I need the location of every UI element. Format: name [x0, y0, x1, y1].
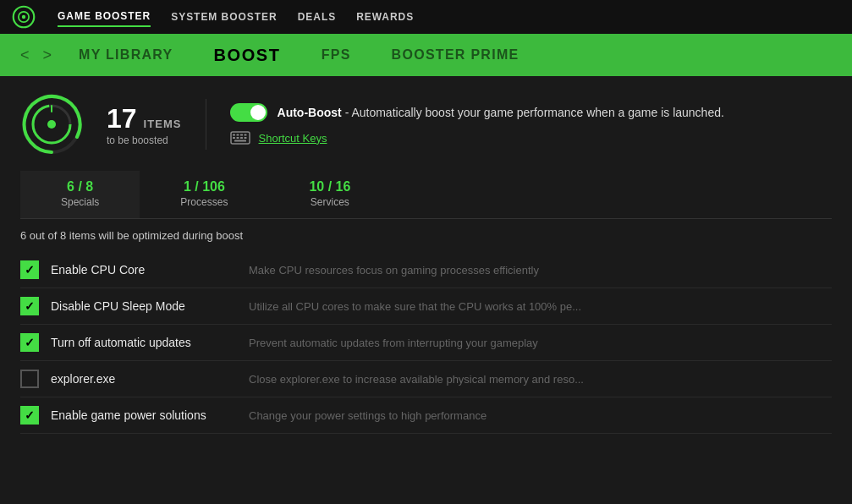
- items-count-block: 17 ITEMS to be boosted: [107, 102, 182, 147]
- item-desc-explorer: Close explorer.exe to increase available…: [249, 373, 832, 386]
- list-item: explorer.exe Close explorer.exe to incre…: [20, 361, 832, 397]
- tab-processes-count: 1 / 106: [184, 179, 225, 194]
- item-name-disable-sleep: Disable CPU Sleep Mode: [51, 299, 237, 313]
- nav-system-booster[interactable]: SYSTEM BOOSTER: [171, 8, 277, 26]
- item-desc-enable-cpu: Make CPU resources focus on gaming proce…: [249, 264, 832, 277]
- sec-nav-boost[interactable]: BOOST: [194, 34, 301, 76]
- auto-boost-toggle[interactable]: [230, 103, 267, 122]
- list-item: ✓ Turn off automatic updates Prevent aut…: [20, 325, 832, 361]
- shortcut-keys-link[interactable]: Shortcut Keys: [259, 132, 327, 145]
- list-item: ✓ Enable game power solutions Change you…: [20, 397, 832, 434]
- checkmark-icon: ✓: [25, 337, 35, 348]
- nav-rewards[interactable]: REWARDS: [356, 8, 414, 26]
- tabs-row: 6 / 8 Specials 1 / 106 Processes 10 / 16…: [20, 171, 832, 219]
- list-item: ✓ Enable CPU Core Make CPU resources foc…: [20, 252, 832, 288]
- svg-rect-16: [244, 137, 246, 139]
- auto-boost-row: Auto-Boost - Automatically boost your ga…: [230, 103, 724, 122]
- svg-rect-10: [236, 134, 239, 136]
- checkbox-power[interactable]: ✓: [20, 406, 39, 425]
- item-name-enable-cpu: Enable CPU Core: [51, 263, 237, 277]
- app-logo[interactable]: [10, 3, 37, 30]
- sec-nav-fps[interactable]: FPS: [301, 34, 371, 76]
- svg-point-2: [22, 15, 25, 19]
- svg-rect-15: [240, 137, 243, 139]
- item-name-explorer: explorer.exe: [51, 372, 237, 386]
- items-label: ITEMS: [144, 118, 182, 131]
- tab-services-count: 10 / 16: [309, 179, 350, 194]
- checkbox-explorer[interactable]: [20, 370, 39, 388]
- svg-point-6: [47, 120, 56, 129]
- tab-specials-count: 6 / 8: [67, 179, 93, 194]
- svg-rect-12: [244, 134, 246, 136]
- item-name-power: Enable game power solutions: [51, 408, 237, 422]
- tab-specials[interactable]: 6 / 8 Specials: [20, 171, 140, 218]
- keyboard-icon: [230, 130, 250, 145]
- toggle-thumb: [250, 105, 266, 120]
- secondary-nav: < > MY LIBRARY BOOST FPS BOOSTER PRIME: [0, 34, 852, 76]
- item-desc-disable-sleep: Utilize all CPU cores to make sure that …: [249, 300, 832, 313]
- item-desc-auto-updates: Prevent automatic updates from interrupt…: [249, 337, 832, 349]
- main-content: 17 ITEMS to be boosted Auto-Boost - Auto…: [0, 76, 852, 434]
- checkbox-auto-updates[interactable]: ✓: [20, 333, 39, 352]
- gauge-icon: [20, 93, 83, 156]
- item-name-auto-updates: Turn off automatic updates: [51, 336, 237, 349]
- checkmark-icon: ✓: [25, 300, 35, 312]
- optim-info: 6 out of 8 items will be optimized durin…: [20, 229, 832, 242]
- checkmark-icon: ✓: [25, 409, 35, 421]
- nav-game-booster[interactable]: GAME BOOSTER: [58, 7, 151, 27]
- checkbox-enable-cpu[interactable]: ✓: [20, 260, 39, 279]
- items-sublabel: to be boosted: [107, 134, 182, 146]
- svg-rect-11: [240, 134, 243, 136]
- vertical-divider: [206, 99, 206, 150]
- svg-rect-13: [233, 137, 235, 139]
- sec-nav-booster-prime[interactable]: BOOSTER PRIME: [371, 34, 540, 76]
- item-desc-power: Change your power settings to high perfo…: [249, 409, 832, 422]
- tab-processes[interactable]: 1 / 106 Processes: [140, 171, 268, 218]
- list-item: ✓ Disable CPU Sleep Mode Utilize all CPU…: [20, 288, 832, 325]
- tab-services-label: Services: [311, 196, 349, 208]
- auto-boost-label: Auto-Boost - Automatically boost your ga…: [278, 106, 724, 119]
- back-arrow[interactable]: <: [14, 47, 36, 64]
- items-number: 17: [107, 102, 137, 134]
- svg-rect-9: [233, 134, 235, 136]
- checkbox-disable-sleep[interactable]: ✓: [20, 297, 39, 315]
- checkmark-icon: ✓: [25, 264, 35, 276]
- auto-boost-section: Auto-Boost - Automatically boost your ga…: [230, 103, 724, 145]
- nav-deals[interactable]: DEALS: [298, 8, 336, 26]
- top-nav-bar: GAME BOOSTER SYSTEM BOOSTER DEALS REWARD…: [0, 0, 852, 34]
- forward-arrow[interactable]: >: [36, 47, 59, 64]
- tab-specials-label: Specials: [61, 196, 99, 208]
- tab-services[interactable]: 10 / 16 Services: [268, 171, 391, 218]
- items-list: ✓ Enable CPU Core Make CPU resources foc…: [20, 252, 832, 434]
- sec-nav-library[interactable]: MY LIBRARY: [58, 34, 193, 76]
- stats-row: 17 ITEMS to be boosted Auto-Boost - Auto…: [20, 93, 832, 156]
- svg-rect-17: [234, 140, 246, 142]
- tab-processes-label: Processes: [180, 196, 228, 208]
- shortcut-row: Shortcut Keys: [230, 130, 724, 145]
- svg-rect-14: [236, 137, 239, 139]
